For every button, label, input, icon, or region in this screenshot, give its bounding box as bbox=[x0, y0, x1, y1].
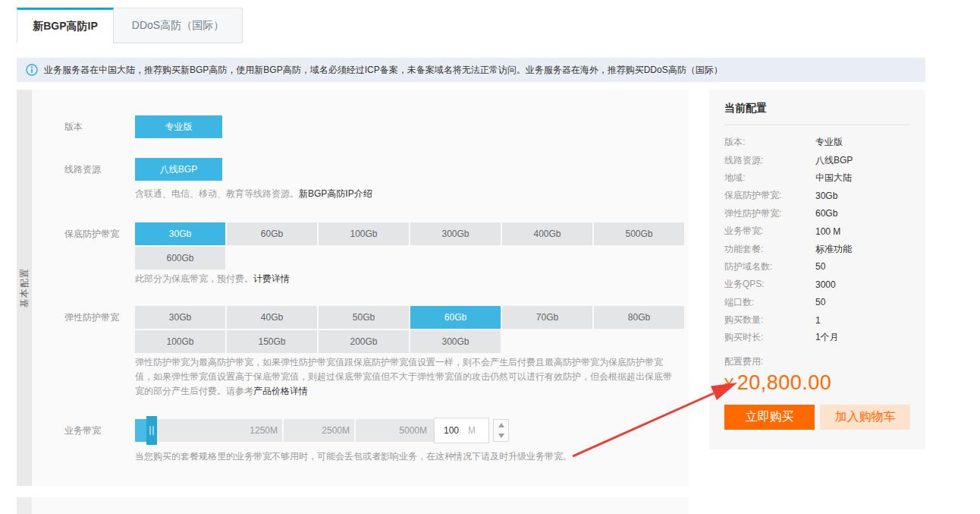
base-bandwidth-label: 保底防护带宽 bbox=[64, 222, 119, 245]
section-side-strip: 基本配置 bbox=[17, 90, 32, 486]
config-row: 业务带宽:100 M bbox=[724, 222, 910, 240]
price-amount: 20,800.00 bbox=[737, 371, 832, 394]
notice-text: 业务服务器在中国大陆，推荐购买新BGP高防，使用新BGP高防，域名必须经过ICP… bbox=[44, 64, 723, 77]
add-to-cart-button[interactable]: 加入购物车 bbox=[820, 405, 910, 430]
slider-tick-separator bbox=[354, 419, 356, 442]
config-row: 版本:专业版 bbox=[724, 134, 910, 151]
currency-symbol: ¥ bbox=[724, 374, 733, 393]
bandwidth-option[interactable]: 150Gb bbox=[227, 330, 317, 353]
notice-bar: 业务服务器在中国大陆，推荐购买新BGP高防，使用新BGP高防，域名必须经过ICP… bbox=[17, 58, 925, 82]
bandwidth-option[interactable]: 30Gb bbox=[135, 222, 225, 245]
stepper-down-button[interactable] bbox=[494, 430, 508, 441]
action-buttons: 立即购买 加入购物车 bbox=[724, 405, 910, 430]
bandwidth-option[interactable]: 100Gb bbox=[319, 222, 409, 245]
bandwidth-input[interactable] bbox=[435, 425, 468, 436]
product-tabs: 新BGP高防IP DDoS高防（国际） bbox=[17, 8, 243, 43]
line-help: 含联通、电信、移动、教育等线路资源。新BGP高防IP介绍 bbox=[135, 187, 372, 201]
purchase-page: 新BGP高防IP DDoS高防（国际） 业务服务器在中国大陆，推荐购买新BGP高… bbox=[0, 0, 980, 514]
bandwidth-option[interactable]: 200Gb bbox=[319, 330, 409, 353]
bandwidth-unit: M bbox=[468, 425, 476, 436]
slider-tick: 5000M bbox=[356, 419, 427, 442]
config-row: 购买时长:1个月 bbox=[724, 329, 910, 346]
fee-label: 配置费用: bbox=[724, 355, 910, 368]
base-bandwidth-options: 30Gb 60Gb 100Gb 300Gb 400Gb 500Gb 600Gb bbox=[135, 222, 687, 270]
bgp-intro-link[interactable]: 新BGP高防IP介绍 bbox=[299, 188, 372, 199]
config-list: 版本:专业版 线路资源:八线BGP 地域:中国大陆 保底防护带宽:30Gb 弹性… bbox=[724, 134, 910, 347]
business-bandwidth-help: 当您购买的套餐规格里的业务带宽不够用时，可能会丢包或者影响业务，在这种情况下请及… bbox=[135, 449, 572, 464]
config-row: 保底防护带宽:30Gb bbox=[724, 187, 910, 204]
bandwidth-option[interactable]: 80Gb bbox=[594, 306, 684, 329]
version-options: 专业版 bbox=[135, 115, 687, 138]
next-section-side-strip bbox=[17, 497, 32, 514]
bandwidth-option[interactable]: 300Gb bbox=[410, 330, 501, 353]
slider-tick-separator bbox=[282, 419, 284, 442]
bandwidth-option[interactable]: 300Gb bbox=[410, 222, 501, 245]
config-row: 功能套餐:标准功能 bbox=[724, 240, 910, 257]
version-option[interactable]: 专业版 bbox=[135, 115, 222, 138]
config-row: 弹性防护带宽:60Gb bbox=[724, 205, 910, 222]
version-label: 版本 bbox=[64, 115, 83, 138]
elastic-bandwidth-options: 30Gb 40Gb 50Gb 60Gb 70Gb 80Gb 100Gb 150G… bbox=[135, 306, 687, 353]
base-bandwidth-help: 此部分为保底带宽，预付费。计费详情 bbox=[135, 272, 290, 286]
total-price: ¥ 20,800.00 bbox=[724, 371, 910, 395]
bandwidth-option[interactable]: 60Gb bbox=[227, 222, 317, 245]
line-option[interactable]: 八线BGP bbox=[135, 158, 222, 181]
current-config-title: 当前配置 bbox=[724, 102, 910, 125]
business-bandwidth-label: 业务带宽 bbox=[64, 419, 101, 442]
bandwidth-option[interactable]: 50Gb bbox=[319, 306, 409, 329]
elastic-bandwidth-label: 弹性防护带宽 bbox=[64, 306, 119, 329]
price-detail-link[interactable]: 产品价格详情 bbox=[253, 386, 308, 396]
config-row: 业务QPS:3000 bbox=[724, 276, 910, 293]
bandwidth-option[interactable]: 600Gb bbox=[135, 247, 225, 270]
config-row: 线路资源:八线BGP bbox=[724, 151, 910, 169]
tab-ddos-international[interactable]: DDoS高防（国际） bbox=[114, 8, 243, 43]
section-title-vertical: 基本配置 bbox=[18, 268, 31, 307]
info-circle-icon bbox=[26, 64, 38, 76]
business-bandwidth-slider-row: 1250M 2500M 5000M M bbox=[135, 419, 689, 442]
stepper-up-button[interactable] bbox=[494, 420, 508, 430]
elastic-bandwidth-help: 弹性防护带宽为最高防护带宽，如果弹性防护带宽值跟保底防护带宽值设置一样，则不会产… bbox=[135, 355, 675, 399]
next-section-placeholder bbox=[17, 497, 689, 514]
config-row: 购买数量:1 bbox=[724, 311, 910, 329]
bandwidth-input-box: M bbox=[434, 418, 489, 443]
bandwidth-option[interactable]: 100Gb bbox=[135, 330, 225, 353]
slider-handle[interactable] bbox=[146, 416, 157, 445]
bandwidth-stepper bbox=[493, 419, 509, 442]
bandwidth-option[interactable]: 70Gb bbox=[502, 306, 592, 329]
basic-config-panel: 基本配置 版本 专业版 线路资源 八线BGP 含联通、电信、移动、教育等线路资源… bbox=[17, 90, 689, 486]
current-config-panel: 当前配置 版本:专业版 线路资源:八线BGP 地域:中国大陆 保底防护带宽:30… bbox=[709, 90, 925, 449]
bandwidth-slider-track[interactable]: 1250M 2500M 5000M bbox=[135, 419, 434, 442]
bandwidth-option[interactable]: 500Gb bbox=[594, 222, 684, 245]
bandwidth-option[interactable]: 400Gb bbox=[502, 222, 592, 245]
bandwidth-option[interactable]: 40Gb bbox=[227, 306, 317, 329]
bandwidth-option[interactable]: 60Gb bbox=[410, 306, 501, 329]
tab-new-bgp[interactable]: 新BGP高防IP bbox=[17, 8, 114, 43]
bandwidth-option[interactable]: 30Gb bbox=[135, 306, 225, 329]
buy-now-button[interactable]: 立即购买 bbox=[724, 405, 815, 430]
slider-tick: 2500M bbox=[284, 419, 350, 442]
billing-detail-link[interactable]: 计费详情 bbox=[253, 273, 290, 284]
line-options: 八线BGP bbox=[135, 158, 687, 181]
config-row: 地域:中国大陆 bbox=[724, 169, 910, 187]
line-label: 线路资源 bbox=[64, 158, 101, 181]
config-row: 防护域名数:50 bbox=[724, 258, 910, 276]
config-row: 端口数:50 bbox=[724, 294, 910, 311]
